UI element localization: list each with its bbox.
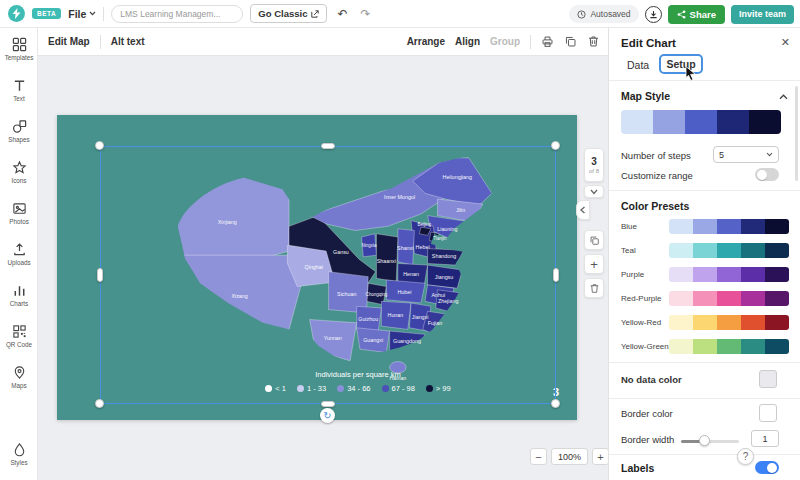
edit-map-button[interactable]: Edit Map bbox=[38, 36, 100, 47]
preset-swatch[interactable] bbox=[669, 339, 693, 354]
preset-row-yellow-red[interactable]: Yellow-Red bbox=[621, 314, 789, 331]
share-button[interactable]: Share bbox=[668, 5, 725, 24]
preset-swatch[interactable] bbox=[765, 291, 789, 306]
selection-handle-sw[interactable] bbox=[95, 399, 104, 408]
delete-page-button[interactable] bbox=[584, 278, 604, 298]
preset-swatch[interactable] bbox=[765, 339, 789, 354]
sidebar-item-photos[interactable]: Photos bbox=[0, 192, 38, 233]
border-width-slider-knob[interactable] bbox=[699, 435, 710, 446]
scale-step[interactable] bbox=[685, 110, 717, 134]
preset-swatch[interactable] bbox=[741, 339, 765, 354]
scale-step[interactable] bbox=[621, 110, 653, 134]
preset-swatch[interactable] bbox=[693, 339, 717, 354]
preset-swatch[interactable] bbox=[669, 267, 693, 282]
border-color-swatch[interactable] bbox=[759, 404, 777, 422]
preset-swatch[interactable] bbox=[693, 267, 717, 282]
sidebar-item-text[interactable]: Text bbox=[0, 69, 38, 110]
map-style-section-header[interactable]: Map Style bbox=[621, 90, 670, 102]
selection-handle-n[interactable] bbox=[321, 143, 335, 149]
preset-swatch[interactable] bbox=[717, 267, 741, 282]
redo-button[interactable]: ↷ bbox=[357, 7, 373, 21]
preset-swatch[interactable] bbox=[669, 243, 693, 258]
preset-swatch[interactable] bbox=[693, 315, 717, 330]
map-color-scale[interactable] bbox=[621, 110, 781, 134]
file-menu[interactable]: File bbox=[68, 8, 96, 20]
preset-swatch[interactable] bbox=[669, 291, 693, 306]
no-data-color-swatch[interactable] bbox=[759, 370, 777, 388]
go-classic-button[interactable]: Go Classic bbox=[250, 4, 327, 23]
preset-swatch[interactable] bbox=[717, 291, 741, 306]
scale-step[interactable] bbox=[717, 110, 749, 134]
invite-team-button[interactable]: Invite team bbox=[731, 5, 794, 24]
zoom-out-button[interactable]: − bbox=[530, 448, 547, 465]
preset-swatch[interactable] bbox=[741, 315, 765, 330]
preset-swatch[interactable] bbox=[693, 219, 717, 234]
preset-row-teal[interactable]: Teal bbox=[621, 242, 789, 259]
number-of-steps-select[interactable]: 5 bbox=[713, 146, 779, 163]
scale-step[interactable] bbox=[749, 110, 781, 134]
page-indicator[interactable]: 3 of 8 bbox=[584, 148, 604, 182]
selection-handle-se[interactable] bbox=[551, 399, 560, 408]
group-button[interactable]: Group bbox=[490, 36, 520, 47]
labels-toggle[interactable] bbox=[755, 461, 779, 474]
zoom-in-button[interactable]: + bbox=[592, 448, 608, 465]
collapse-panel-button[interactable] bbox=[576, 200, 590, 220]
preset-swatch[interactable] bbox=[717, 339, 741, 354]
border-width-input[interactable] bbox=[751, 430, 779, 447]
preset-swatch[interactable] bbox=[765, 315, 789, 330]
preset-swatch[interactable] bbox=[765, 267, 789, 282]
selection-handle-w[interactable] bbox=[97, 268, 103, 282]
preset-row-yellow-green[interactable]: Yellow-Green bbox=[621, 338, 789, 355]
preset-swatch[interactable] bbox=[669, 315, 693, 330]
selection-handle-ne[interactable] bbox=[551, 141, 560, 150]
sidebar-item-templates[interactable]: Templates bbox=[0, 28, 38, 69]
preset-swatch[interactable] bbox=[717, 219, 741, 234]
preset-swatch[interactable] bbox=[669, 219, 693, 234]
undo-button[interactable]: ↶ bbox=[334, 7, 350, 21]
preset-row-red-purple[interactable]: Red-Purple bbox=[621, 290, 789, 307]
duplicate-page-button[interactable] bbox=[584, 230, 604, 250]
tab-data[interactable]: Data bbox=[627, 59, 649, 71]
arrange-button[interactable]: Arrange bbox=[407, 36, 445, 47]
selection-handle-e[interactable] bbox=[553, 268, 559, 282]
sidebar-item-styles[interactable]: Styles bbox=[0, 433, 38, 474]
sidebar-item-icons[interactable]: Icons bbox=[0, 151, 38, 192]
preset-swatch[interactable] bbox=[741, 243, 765, 258]
duplicate-button[interactable] bbox=[564, 35, 577, 48]
download-button[interactable] bbox=[645, 6, 662, 23]
help-button[interactable]: ? bbox=[737, 448, 754, 465]
preset-swatch[interactable] bbox=[741, 291, 765, 306]
add-page-button[interactable]: + bbox=[584, 254, 604, 274]
preset-row-blue[interactable]: Blue bbox=[621, 218, 789, 235]
preset-swatch[interactable] bbox=[693, 291, 717, 306]
chevron-up-icon[interactable] bbox=[779, 94, 788, 100]
next-page-button[interactable] bbox=[584, 185, 604, 198]
zoom-level[interactable]: 100% bbox=[551, 448, 588, 465]
customize-range-toggle[interactable] bbox=[755, 168, 779, 181]
selection-box[interactable] bbox=[100, 146, 556, 404]
preset-swatch[interactable] bbox=[765, 243, 789, 258]
preset-swatch[interactable] bbox=[765, 219, 789, 234]
preset-swatch[interactable] bbox=[717, 315, 741, 330]
print-button[interactable] bbox=[541, 35, 554, 48]
rotate-handle[interactable]: ↻ bbox=[320, 408, 335, 423]
preset-swatch[interactable] bbox=[741, 267, 765, 282]
delete-button[interactable] bbox=[587, 35, 600, 48]
selection-handle-nw[interactable] bbox=[95, 141, 104, 150]
sidebar-item-maps[interactable]: Maps bbox=[0, 356, 38, 397]
sidebar-item-uploads[interactable]: Uploads bbox=[0, 233, 38, 274]
app-logo[interactable] bbox=[8, 5, 25, 22]
document-title-input[interactable] bbox=[111, 5, 243, 23]
sidebar-item-shapes[interactable]: Shapes bbox=[0, 110, 38, 151]
preset-swatch[interactable] bbox=[693, 243, 717, 258]
close-panel-button[interactable]: ✕ bbox=[781, 36, 790, 49]
align-button[interactable]: Align bbox=[455, 36, 480, 47]
sidebar-item-qr-code[interactable]: QR Code bbox=[0, 315, 38, 356]
preset-row-purple[interactable]: Purple bbox=[621, 266, 789, 283]
panel-scrollbar[interactable] bbox=[795, 86, 798, 181]
selection-handle-s[interactable] bbox=[321, 401, 335, 407]
alt-text-button[interactable]: Alt text bbox=[101, 36, 155, 47]
sidebar-item-charts[interactable]: Charts bbox=[0, 274, 38, 315]
canvas-area[interactable]: Xinjiang Xizang Qinghai Gansu Inner Mong… bbox=[38, 56, 608, 480]
preset-swatch[interactable] bbox=[741, 219, 765, 234]
